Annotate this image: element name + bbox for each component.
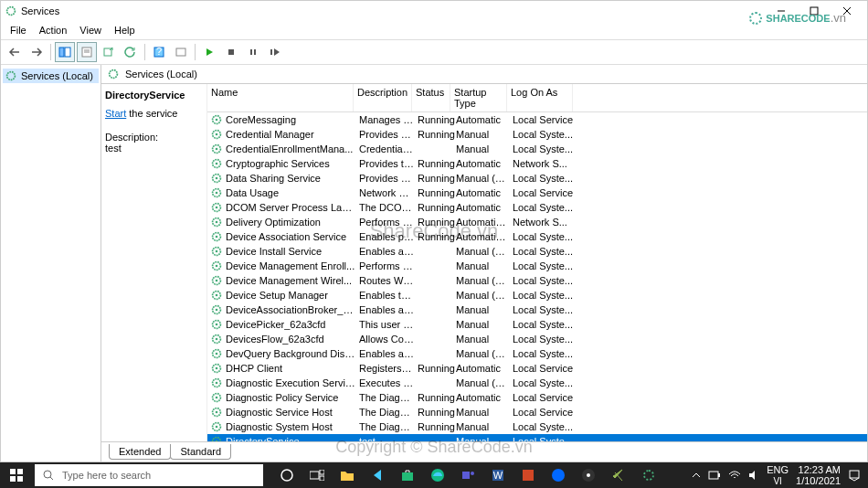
app-zalo[interactable] xyxy=(544,462,573,488)
service-list[interactable]: CoreMessagingManages co...RunningAutomat… xyxy=(207,112,867,441)
cell-log: Local Syste... xyxy=(509,319,575,330)
menu-file[interactable]: File xyxy=(5,23,32,37)
table-row[interactable]: Device Association ServiceEnables pair..… xyxy=(207,229,867,244)
maximize-button[interactable] xyxy=(798,1,831,21)
menu-help[interactable]: Help xyxy=(109,23,141,37)
tray-date[interactable]: 1/10/2021 xyxy=(796,475,841,486)
restart-service-button[interactable] xyxy=(265,42,285,62)
svg-point-84 xyxy=(281,470,292,481)
start-service-button[interactable] xyxy=(199,42,219,62)
table-row[interactable]: Diagnostic System HostThe Diagno...Runni… xyxy=(207,419,867,434)
chevron-up-icon[interactable] xyxy=(692,471,701,480)
stop-service-button[interactable] xyxy=(221,42,241,62)
svg-rect-6 xyxy=(65,48,70,57)
table-row[interactable]: CredentialEnrollmentMana...Credential E.… xyxy=(207,142,867,156)
table-row[interactable]: DevicesFlow_62a3cfdAllows Con...ManualLo… xyxy=(207,332,867,346)
app-taskview[interactable] xyxy=(302,462,332,488)
table-row[interactable]: Device Management Enroll...Performs D...… xyxy=(207,259,867,273)
table-row[interactable]: Data UsageNetwork da...RunningAutomaticL… xyxy=(207,186,867,200)
svg-rect-97 xyxy=(709,472,718,479)
tray-lang[interactable]: ENG xyxy=(767,464,789,475)
app-pp[interactable] xyxy=(513,462,543,488)
table-row[interactable]: Delivery OptimizationPerforms co...Runni… xyxy=(207,215,867,229)
tree-root[interactable]: Services (Local) xyxy=(3,69,99,83)
cell-log: Local Syste... xyxy=(509,231,575,242)
app-vscode[interactable] xyxy=(363,462,392,488)
cell-status: Running xyxy=(414,392,452,403)
table-row[interactable]: Device Setup ManagerEnables the...Manual… xyxy=(207,288,867,302)
table-row[interactable]: DevQuery Background Disc...Enables app..… xyxy=(207,346,867,361)
app-vs[interactable] xyxy=(604,462,633,488)
tray-kbd[interactable]: VI xyxy=(767,476,789,486)
app-music[interactable] xyxy=(574,462,603,488)
svg-point-57 xyxy=(216,382,218,385)
properties-button[interactable] xyxy=(77,42,97,62)
tab-extended[interactable]: Extended xyxy=(109,444,171,460)
volume-icon[interactable] xyxy=(748,470,759,481)
table-row[interactable]: DirectoryServicetestManualLocal Syste... xyxy=(207,434,867,441)
table-row[interactable]: Device Management Wirel...Routes Wir...M… xyxy=(207,273,867,288)
col-name[interactable]: Name xyxy=(207,84,354,111)
table-row[interactable]: DCOM Server Process Laun...The DCOML...R… xyxy=(207,200,867,215)
cell-desc: Enables pair... xyxy=(355,231,414,242)
table-row[interactable]: DHCP ClientRegisters an...RunningAutomat… xyxy=(207,361,867,376)
show-hide-tree-button[interactable] xyxy=(55,42,75,62)
app-services[interactable] xyxy=(634,462,663,488)
table-row[interactable]: Cryptographic ServicesProvides thr...Run… xyxy=(207,156,867,171)
export-button[interactable] xyxy=(99,42,119,62)
table-row[interactable]: Credential ManagerProvides se...RunningM… xyxy=(207,127,867,142)
service-icon xyxy=(210,172,223,185)
taskbar-apps: W xyxy=(272,462,663,488)
cell-desc: Routes Wir... xyxy=(355,275,414,286)
help-button[interactable]: ? xyxy=(149,42,169,62)
service-icon xyxy=(210,333,223,345)
app-teams[interactable] xyxy=(453,462,482,488)
table-row[interactable]: Device Install ServiceEnables a c...Manu… xyxy=(207,244,867,259)
table-row[interactable]: DeviceAssociationBroker_62...Enables app… xyxy=(207,302,867,317)
tray-time[interactable]: 12:23 AM xyxy=(796,464,841,475)
col-logon[interactable]: Log On As xyxy=(507,84,573,111)
table-row[interactable]: Diagnostic Policy ServiceThe Diagno...Ru… xyxy=(207,390,867,405)
close-button[interactable] xyxy=(831,1,863,21)
cell-name: DevicesFlow_62a3cfd xyxy=(226,334,355,345)
col-description[interactable]: Description xyxy=(354,84,412,111)
table-row[interactable]: Diagnostic Service HostThe Diagno...Runn… xyxy=(207,405,867,419)
back-button[interactable] xyxy=(5,42,25,62)
col-startup[interactable]: Startup Type xyxy=(450,84,507,111)
wifi-icon[interactable] xyxy=(728,470,741,481)
menu-action[interactable]: Action xyxy=(34,23,73,37)
app-word[interactable]: W xyxy=(483,462,513,488)
start-button[interactable] xyxy=(0,462,33,488)
cell-log: Local Syste... xyxy=(509,334,575,345)
app-edge[interactable] xyxy=(423,462,452,488)
pause-service-button[interactable] xyxy=(243,42,263,62)
cell-status: Running xyxy=(414,363,452,374)
app-explorer[interactable] xyxy=(333,462,362,488)
app-store[interactable] xyxy=(393,462,422,488)
app-cortana[interactable] xyxy=(272,462,302,488)
cell-status: Running xyxy=(414,173,452,184)
table-row[interactable]: DevicePicker_62a3cfdThis user se...Manua… xyxy=(207,317,867,332)
taskbar-search[interactable]: Type here to search xyxy=(35,464,263,486)
notifications-icon[interactable] xyxy=(848,469,861,482)
battery-icon[interactable] xyxy=(708,470,721,481)
menu-view[interactable]: View xyxy=(74,23,107,37)
windows-icon xyxy=(10,469,23,482)
svg-point-43 xyxy=(216,280,218,282)
svg-point-29 xyxy=(216,177,218,180)
table-row[interactable]: Data Sharing ServiceProvides da...Runnin… xyxy=(207,171,867,186)
table-row[interactable]: Diagnostic Execution ServiceExecutes di.… xyxy=(207,376,867,390)
extended-button[interactable] xyxy=(171,42,191,62)
col-status[interactable]: Status xyxy=(412,84,450,111)
table-row[interactable]: CoreMessagingManages co...RunningAutomat… xyxy=(207,112,867,127)
search-placeholder: Type here to search xyxy=(62,470,151,481)
forward-button[interactable] xyxy=(26,42,47,62)
start-link[interactable]: Start xyxy=(105,108,126,119)
refresh-button[interactable] xyxy=(121,42,141,62)
svg-rect-5 xyxy=(59,48,64,57)
service-icon xyxy=(210,289,223,302)
cell-log: Local Service xyxy=(509,392,575,403)
cell-name: Data Sharing Service xyxy=(226,173,355,184)
tab-standard[interactable]: Standard xyxy=(170,444,231,460)
minimize-button[interactable] xyxy=(765,1,798,21)
